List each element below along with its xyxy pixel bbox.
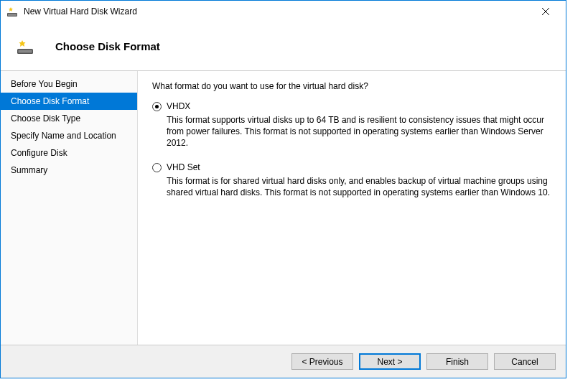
footer-buttons: < Previous Next > Finish Cancel xyxy=(1,345,566,378)
close-icon xyxy=(542,8,549,15)
radio-label: VHD Set xyxy=(167,162,200,172)
titlebar: New Virtual Hard Disk Wizard xyxy=(1,1,566,22)
body-section: Before You Begin Choose Disk Format Choo… xyxy=(1,71,566,345)
wizard-steps-sidebar: Before You Begin Choose Disk Format Choo… xyxy=(1,71,138,345)
sidebar-item-before-you-begin[interactable]: Before You Begin xyxy=(1,75,137,93)
window-title: New Virtual Hard Disk Wizard xyxy=(24,6,531,17)
radio-option-vhd-set[interactable]: VHD Set xyxy=(152,162,551,172)
sidebar-item-choose-disk-format[interactable]: Choose Disk Format xyxy=(1,93,137,110)
previous-button[interactable]: < Previous xyxy=(291,353,353,370)
content-pane: What format do you want to use for the v… xyxy=(138,71,566,345)
radio-indicator-icon xyxy=(152,163,162,172)
next-button[interactable]: Next > xyxy=(359,353,421,370)
sidebar-item-choose-disk-type[interactable]: Choose Disk Type xyxy=(1,110,137,127)
sidebar-item-specify-name-location[interactable]: Specify Name and Location xyxy=(1,127,137,144)
svg-marker-7 xyxy=(19,40,26,47)
prompt-text: What format do you want to use for the v… xyxy=(152,81,551,91)
close-button[interactable] xyxy=(531,1,560,22)
sidebar-item-summary[interactable]: Summary xyxy=(1,162,137,179)
cancel-button[interactable]: Cancel xyxy=(494,353,556,370)
page-title: Choose Disk Format xyxy=(55,40,160,52)
radio-option-vhdx[interactable]: VHDX xyxy=(152,101,551,111)
finish-button[interactable]: Finish xyxy=(426,353,488,370)
wizard-window: New Virtual Hard Disk Wizard Choose Disk… xyxy=(0,0,566,378)
radio-label: VHDX xyxy=(167,101,190,111)
disk-wizard-icon xyxy=(6,6,18,17)
option-description-vhd-set: This format is for shared virtual hard d… xyxy=(167,175,551,198)
sidebar-item-configure-disk[interactable]: Configure Disk xyxy=(1,144,137,162)
svg-rect-1 xyxy=(8,14,17,16)
svg-rect-6 xyxy=(19,50,32,52)
header-section: Choose Disk Format xyxy=(1,22,566,71)
svg-marker-2 xyxy=(9,7,13,11)
disk-wizard-header-icon xyxy=(17,38,34,55)
option-description-vhdx: This format supports virtual disks up to… xyxy=(167,114,551,149)
radio-indicator-icon xyxy=(152,102,162,111)
